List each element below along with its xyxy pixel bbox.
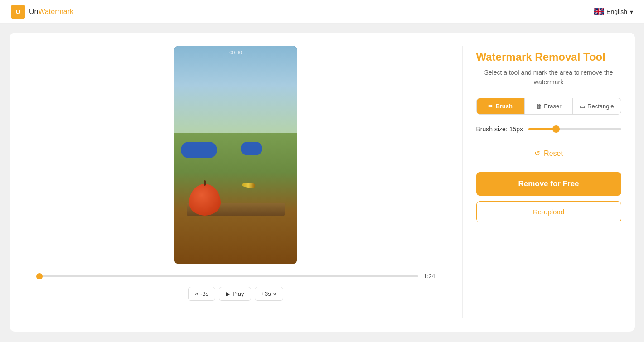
brush-mark-left bbox=[181, 142, 217, 158]
play-icon: ▶ bbox=[226, 290, 230, 297]
lang-dropdown-icon: ▾ bbox=[630, 8, 633, 15]
right-panel: Watermark Removal Tool Select a tool and… bbox=[476, 46, 621, 222]
video-frame: 00:00 bbox=[174, 46, 297, 264]
reset-label: Reset bbox=[544, 149, 563, 158]
panel-divider bbox=[462, 46, 463, 318]
rectangle-label: Rectangle bbox=[587, 103, 614, 110]
eraser-icon: 🗑 bbox=[536, 103, 542, 110]
rewind-icon: « bbox=[195, 290, 198, 297]
video-panel: 00:00 1:24 « -3s ▶ Play +3s » bbox=[23, 46, 449, 301]
video-background: 00:00 bbox=[174, 46, 297, 264]
tab-brush[interactable]: ✏ Brush bbox=[477, 98, 525, 114]
main-container: 00:00 1:24 « -3s ▶ Play +3s » bbox=[10, 33, 635, 332]
eraser-label: Eraser bbox=[544, 103, 561, 110]
brush-icon: ✏ bbox=[488, 103, 493, 110]
logo-watermark-text: Watermark bbox=[38, 8, 73, 15]
brush-size-slider[interactable] bbox=[528, 128, 621, 130]
tool-title: Watermark Removal Tool bbox=[476, 51, 621, 63]
reset-button[interactable]: ↺ Reset bbox=[476, 144, 621, 163]
play-button[interactable]: ▶ Play bbox=[219, 287, 251, 301]
brush-slider-thumb[interactable] bbox=[552, 125, 560, 133]
rewind-label: -3s bbox=[200, 290, 208, 297]
rectangle-icon: ▭ bbox=[580, 103, 585, 110]
scrubber-duration: 1:24 bbox=[424, 273, 435, 279]
reupload-button[interactable]: Re-upload bbox=[476, 201, 621, 222]
logo-container: U UnWatermark bbox=[11, 5, 73, 19]
brush-label: Brush bbox=[495, 103, 513, 110]
header: U UnWatermark English ▾ bbox=[0, 0, 644, 24]
rewind-button[interactable]: « -3s bbox=[188, 287, 215, 301]
scrubber-container: 1:24 bbox=[36, 273, 435, 279]
playback-controls: « -3s ▶ Play +3s » bbox=[188, 287, 283, 301]
brush-size-row: Brush size: 15px bbox=[476, 125, 621, 133]
logo-icon: U bbox=[11, 5, 25, 19]
tab-rectangle[interactable]: ▭ Rectangle bbox=[573, 98, 620, 114]
forward-label: +3s bbox=[261, 290, 271, 297]
sky-layer bbox=[174, 46, 297, 144]
scrubber-thumb[interactable] bbox=[36, 273, 43, 279]
brush-size-label: Brush size: 15px bbox=[476, 125, 523, 133]
forward-icon: » bbox=[273, 290, 276, 297]
brush-slider-fill bbox=[528, 128, 556, 130]
tool-subtitle: Select a tool and mark the area to remov… bbox=[476, 68, 621, 87]
reset-icon: ↺ bbox=[534, 149, 540, 158]
brush-mark-right bbox=[241, 142, 262, 155]
flag-icon bbox=[594, 8, 604, 15]
lang-label: English bbox=[606, 8, 627, 15]
forward-button[interactable]: +3s » bbox=[255, 287, 284, 301]
tab-eraser[interactable]: 🗑 Eraser bbox=[525, 98, 573, 114]
language-selector[interactable]: English ▾ bbox=[594, 8, 633, 15]
logo-text: UnWatermark bbox=[29, 8, 73, 16]
play-label: Play bbox=[232, 290, 244, 297]
video-timestamp-top: 00:00 bbox=[229, 50, 242, 55]
scrubber-track[interactable] bbox=[36, 275, 418, 277]
tool-tabs: ✏ Brush 🗑 Eraser ▭ Rectangle bbox=[476, 98, 621, 115]
remove-button[interactable]: Remove for Free bbox=[476, 172, 621, 196]
logo-un-text: Un bbox=[29, 8, 38, 15]
